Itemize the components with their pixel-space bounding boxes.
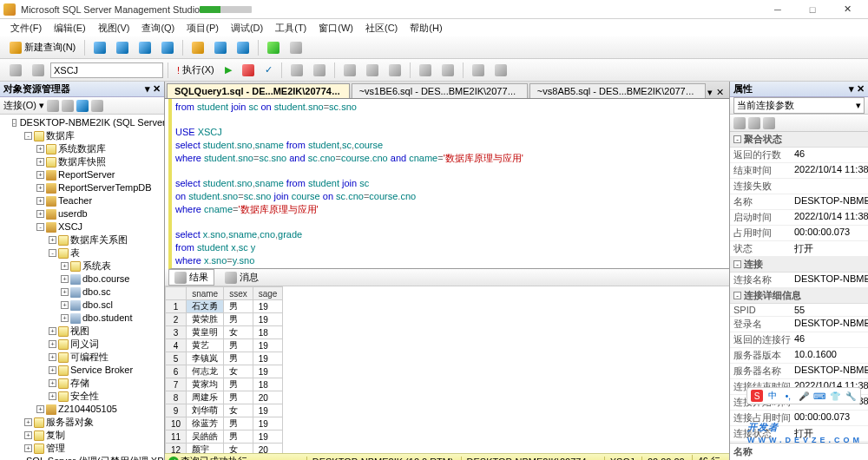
results-text-button[interactable]: [362, 62, 383, 79]
change-conn-button[interactable]: [28, 62, 49, 79]
expand-icon[interactable]: +: [49, 236, 56, 244]
ime-toolbar[interactable]: S 中 •, 🎤 ⌨ 👕 🔧: [746, 387, 861, 404]
properties-dropdown[interactable]: 当前连接参数▾: [733, 97, 865, 114]
srvobj-node[interactable]: 服务器对象: [46, 416, 94, 429]
diagram-node[interactable]: 数据库关系图: [70, 233, 128, 246]
save-button[interactable]: [210, 39, 231, 56]
xscj-node[interactable]: XSCJ: [58, 220, 82, 233]
tb-btn-1[interactable]: [89, 39, 110, 56]
cell[interactable]: 19: [253, 313, 283, 326]
table-row[interactable]: 9刘华萌女19: [166, 404, 283, 417]
refresh-icon[interactable]: [76, 100, 89, 112]
tb-btn-4[interactable]: [157, 39, 178, 56]
menu-help[interactable]: 帮助(H): [404, 20, 447, 36]
table-row[interactable]: 10徐蓝芳男19: [166, 417, 283, 430]
expand-icon[interactable]: +: [49, 353, 56, 361]
ime-mic-icon[interactable]: 🎤: [798, 390, 810, 402]
storage-node[interactable]: 存储: [70, 377, 89, 390]
cell[interactable]: 女: [224, 444, 253, 454]
cell[interactable]: 19: [253, 352, 283, 365]
tb-btn-2[interactable]: [112, 39, 133, 56]
prop-row[interactable]: 服务器版本10.0.1600: [730, 348, 868, 364]
cell[interactable]: 19: [253, 430, 283, 444]
reporttmp-node[interactable]: ReportServerTempDB: [58, 181, 152, 194]
expand-icon[interactable]: +: [61, 262, 69, 270]
expand-icon[interactable]: -: [49, 249, 56, 257]
table-row[interactable]: 7黄家均男18: [166, 378, 283, 391]
cell[interactable]: 18: [253, 378, 283, 391]
expand-icon[interactable]: +: [49, 366, 56, 374]
prog-node[interactable]: 可编程性: [70, 351, 108, 364]
prop-row[interactable]: 返回的连接行数46: [730, 332, 868, 348]
indent-button[interactable]: [468, 62, 489, 79]
prop-row[interactable]: 状态打开: [730, 241, 868, 257]
row-number[interactable]: 6: [166, 365, 187, 378]
prop-pages-icon[interactable]: [763, 117, 775, 129]
table-row[interactable]: 3黄皇明女18: [166, 326, 283, 339]
expand-icon[interactable]: +: [49, 327, 56, 335]
table-row[interactable]: 8周建乐男20: [166, 391, 283, 404]
table-row[interactable]: 6何志龙女19: [166, 365, 283, 378]
prop-row[interactable]: 连接占用时间00:00:00.073: [730, 411, 868, 426]
results-grid-button[interactable]: [339, 62, 360, 79]
sysdb-node[interactable]: 系统数据库: [58, 142, 106, 155]
connect-button[interactable]: [5, 62, 26, 79]
table-row[interactable]: 11吴皓皓男19: [166, 430, 283, 444]
cell[interactable]: 19: [253, 300, 283, 313]
menu-community[interactable]: 社区(C): [360, 20, 403, 36]
z-node[interactable]: Z2104405105: [58, 403, 117, 416]
menu-edit[interactable]: 编辑(E): [49, 20, 91, 36]
table-student[interactable]: dbo.student: [82, 312, 133, 325]
cell[interactable]: 女: [224, 404, 253, 417]
cell[interactable]: 女: [224, 326, 253, 339]
row-number[interactable]: 2: [166, 313, 187, 326]
stop-button[interactable]: [238, 62, 259, 79]
expand-icon[interactable]: +: [49, 379, 56, 387]
expand-icon[interactable]: +: [24, 431, 32, 439]
cell[interactable]: 19: [253, 404, 283, 417]
categorized-icon[interactable]: [733, 117, 746, 129]
tab-close-icon[interactable]: ✕: [716, 87, 724, 98]
cell[interactable]: 18: [253, 326, 283, 339]
menu-query[interactable]: 查询(Q): [136, 20, 180, 36]
disconnect-icon[interactable]: [47, 100, 59, 112]
menu-view[interactable]: 视图(V): [93, 20, 135, 36]
pin-icon[interactable]: ▾ ✕: [849, 83, 865, 95]
prop-row[interactable]: 名称DESKTOP-NBME2IK: [730, 194, 868, 210]
tab-vs8ab5[interactable]: ~vs8AB5.sql - DES...BME2IK\20774 (52)): [529, 83, 706, 98]
cell[interactable]: 男: [224, 430, 253, 444]
expand-icon[interactable]: +: [61, 314, 69, 322]
cell[interactable]: 男: [224, 300, 253, 313]
views-node[interactable]: 视图: [70, 325, 89, 338]
sb-node[interactable]: Service Broker: [70, 364, 133, 377]
cell[interactable]: 20: [253, 444, 283, 454]
security-node[interactable]: 安全性: [70, 390, 99, 403]
results-table[interactable]: snamessexsage1石文勇男192黄荣胜男193黄皇明女184黄艺男19…: [165, 286, 283, 453]
results-grid[interactable]: snamessexsage1石文勇男192黄荣胜男193黄皇明女184黄艺男19…: [165, 286, 729, 453]
open-button[interactable]: [187, 39, 208, 56]
expand-icon[interactable]: +: [61, 301, 69, 309]
row-number[interactable]: 9: [166, 404, 187, 417]
expand-icon[interactable]: +: [36, 171, 44, 179]
table-scl[interactable]: dbo.scl: [82, 299, 113, 312]
table-row[interactable]: 4黄艺男19: [166, 339, 283, 352]
prop-row[interactable]: 连接失败: [730, 179, 868, 194]
cell[interactable]: 何志龙: [187, 365, 224, 378]
teacher-node[interactable]: Teacher: [58, 194, 92, 207]
synonym-node[interactable]: 同义词: [70, 338, 99, 351]
prop-row[interactable]: 占用时间00:00:00.073: [730, 226, 868, 241]
cell[interactable]: 黄荣胜: [187, 313, 224, 326]
ime-punct-icon[interactable]: •,: [782, 390, 794, 402]
prop-row[interactable]: 启动时间2022/10/14 11:38:48: [730, 210, 868, 226]
prop-row[interactable]: 连接状态打开: [730, 426, 868, 442]
col-header[interactable]: sname: [187, 287, 224, 300]
cell[interactable]: 刘华萌: [187, 404, 224, 417]
mgmt-node[interactable]: 管理: [46, 442, 65, 455]
plan-button[interactable]: [286, 62, 307, 79]
prop-category-details[interactable]: -连接详细信息: [730, 288, 868, 304]
snapshot-node[interactable]: 数据库快照: [58, 155, 106, 168]
connect-dropdown-icon[interactable]: ▾: [39, 100, 44, 111]
cell[interactable]: 徐蓝芳: [187, 417, 224, 430]
systbl-node[interactable]: 系统表: [82, 260, 111, 273]
databases-node[interactable]: 数据库: [46, 129, 75, 142]
